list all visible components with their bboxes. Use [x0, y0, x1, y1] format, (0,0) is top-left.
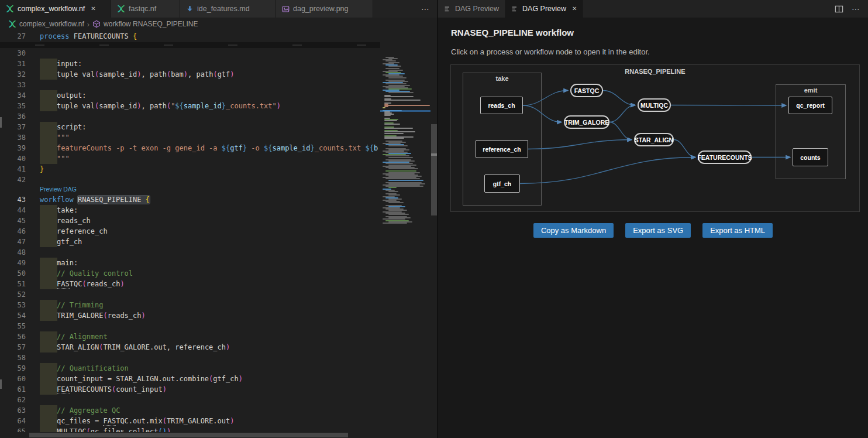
code-line-60[interactable]: 60count_input = STAR_ALIGN.out.combine(g… [0, 374, 380, 384]
tab-dag-preview-png[interactable]: dag_preview.png [276, 0, 373, 18]
code-line-41[interactable]: 41} [0, 164, 380, 174]
line-number[interactable]: 46 [0, 226, 26, 237]
line-number[interactable]: 47 [0, 237, 26, 247]
code-line-62[interactable]: 62 [0, 395, 380, 405]
code-line-38[interactable]: 38""" [0, 132, 380, 143]
code-line-56[interactable]: 56// Alignment [0, 331, 380, 342]
line-number[interactable]: 48 [0, 247, 26, 258]
close-tab-icon[interactable]: ✕ [91, 6, 95, 12]
vertical-scrollbar-thumb[interactable] [431, 124, 437, 215]
code-line-55[interactable]: 55 [0, 321, 380, 331]
dag-node-fastqc[interactable]: FASTQC [570, 84, 603, 97]
split-editor-icon[interactable] [835, 5, 843, 13]
dag-node-counts[interactable]: counts [793, 148, 828, 166]
code-line-52[interactable]: 52 [0, 289, 380, 300]
line-number[interactable]: 59 [0, 363, 26, 374]
code-line-35[interactable]: 35tuple val(sample_id), path("${sample_i… [0, 101, 380, 111]
horizontal-scrollbar[interactable] [0, 432, 430, 438]
line-number[interactable]: 40 [0, 153, 26, 164]
code-line-43[interactable]: 43workflow RNASEQ_PIPELINE { [0, 194, 380, 205]
vertical-scrollbar[interactable] [430, 30, 438, 438]
tab-ide-features-md[interactable]: ide_features.md [180, 0, 276, 18]
code-line-50[interactable]: 50// Quality control [0, 268, 380, 279]
code-line-46[interactable]: 46reference_ch [0, 226, 380, 237]
code-line-36[interactable]: 36 [0, 111, 380, 122]
line-number[interactable]: 62 [0, 395, 26, 405]
code-line-54[interactable]: 54TRIM_GALORE(reads_ch) [0, 310, 380, 321]
line-number[interactable]: 52 [0, 289, 26, 300]
code-line-64[interactable]: 64qc_files = FASTQC.out.mix(TRIM_GALORE.… [0, 416, 380, 426]
line-number[interactable]: 38 [0, 132, 26, 143]
code-line-58[interactable]: 58 [0, 353, 380, 363]
line-number[interactable]: 58 [0, 353, 26, 363]
breadcrumb[interactable]: complex_workflow.nf › workflow RNASEQ_PI… [0, 18, 438, 30]
code-line-57[interactable]: 57STAR_ALIGN(TRIM_GALORE.out, reference_… [0, 342, 380, 353]
line-number[interactable]: 50 [0, 268, 26, 279]
code-line-45[interactable]: 45reads_ch [0, 215, 380, 226]
line-number[interactable]: 44 [0, 205, 26, 215]
line-number[interactable]: 57 [0, 342, 26, 353]
code-line-49[interactable]: 49main: [0, 258, 380, 268]
line-number[interactable]: 51 [0, 279, 26, 289]
line-number[interactable]: 60 [0, 374, 26, 384]
close-tab-icon[interactable]: ✕ [572, 6, 577, 12]
tab-complex-workflow-nf[interactable]: complex_workflow.nf✕ [0, 0, 111, 18]
code-line-53[interactable]: 53// Trimming [0, 300, 380, 310]
breadcrumb-file[interactable]: complex_workflow.nf [19, 20, 84, 28]
code-line-39[interactable]: 39featureCounts -p -t exon -g gene_id -a… [0, 143, 380, 153]
code-line-42[interactable]: 42 [0, 174, 380, 185]
sticky-scroll-line[interactable]: 27process FEATURECOUNTS { [0, 30, 438, 42]
line-number[interactable]: 49 [0, 258, 26, 268]
code-line-32[interactable]: 32tuple val(sample_id), path(bam), path(… [0, 69, 380, 80]
tab-dag-preview[interactable]: DAG Preview [438, 0, 505, 18]
code-line-63[interactable]: 63// Aggregate QC [0, 405, 380, 416]
code-line-47[interactable]: 47gtf_ch [0, 237, 380, 247]
dag-node-gtf_ch[interactable]: gtf_ch [484, 174, 520, 193]
code-line-31[interactable]: 31input: [0, 59, 380, 69]
export-as-svg-button[interactable]: Export as SVG [625, 223, 691, 238]
dag-node-multiqc[interactable]: MULTIQC [638, 98, 671, 112]
line-number[interactable]: 54 [0, 310, 26, 321]
tab-fastqc-nf[interactable]: fastqc.nf [111, 0, 180, 18]
line-number[interactable]: 56 [0, 331, 26, 342]
line-number[interactable]: 33 [0, 80, 26, 90]
dag-node-trim_galore[interactable]: TRIM_GALORE [564, 115, 609, 129]
dag-node-reads_ch[interactable]: reads_ch [480, 97, 523, 114]
dag-node-reference_ch[interactable]: reference_ch [476, 140, 528, 158]
code-line-40[interactable]: 40""" [0, 153, 380, 164]
line-number[interactable]: 63 [0, 405, 26, 416]
line-number[interactable]: 42 [0, 174, 26, 185]
tab-overflow-button[interactable]: ⋯ [413, 4, 438, 13]
dag-node-qc_report[interactable]: qc_report [788, 97, 832, 114]
code-line-34[interactable]: 34output: [0, 90, 380, 101]
line-number[interactable]: 31 [0, 59, 26, 69]
dag-node-featurecounts[interactable]: FEATURECOUNTS [698, 150, 752, 164]
line-number[interactable]: 37 [0, 122, 26, 132]
line-number[interactable]: 43 [0, 194, 26, 205]
line-number[interactable]: 35 [0, 101, 26, 111]
line-number[interactable]: 61 [0, 384, 26, 395]
code-line-33[interactable]: 33 [0, 80, 380, 90]
line-number[interactable]: 64 [0, 416, 26, 426]
line-number[interactable]: 53 [0, 300, 26, 310]
minimap[interactable] [380, 30, 430, 438]
code-line-59[interactable]: 59// Quantification [0, 363, 380, 374]
code-line-37[interactable]: 37script: [0, 122, 380, 132]
code-line-30[interactable]: 30 [0, 48, 380, 59]
codelens-preview-dag[interactable]: Preview DAG [40, 185, 77, 194]
line-number[interactable]: 36 [0, 111, 26, 122]
export-as-html-button[interactable]: Export as HTML [702, 223, 773, 238]
line-number[interactable]: 41 [0, 164, 26, 174]
tab-dag-preview[interactable]: DAG Preview✕ [505, 0, 583, 18]
line-number[interactable]: 39 [0, 143, 26, 153]
breadcrumb-symbol[interactable]: workflow RNASEQ_PIPELINE [104, 20, 198, 28]
dag-node-star_align[interactable]: STAR_ALIGN [634, 133, 674, 146]
code-line-48[interactable]: 48 [0, 247, 380, 258]
code-line-61[interactable]: 61FEATURECOUNTS(count_input) [0, 384, 380, 395]
line-number[interactable]: 34 [0, 90, 26, 101]
line-number[interactable]: 45 [0, 215, 26, 226]
code-line-51[interactable]: 51FASTQC(reads_ch) [0, 279, 380, 289]
line-number[interactable]: 30 [0, 48, 26, 59]
line-number[interactable]: 32 [0, 69, 26, 80]
horizontal-scrollbar-thumb[interactable] [29, 433, 348, 437]
